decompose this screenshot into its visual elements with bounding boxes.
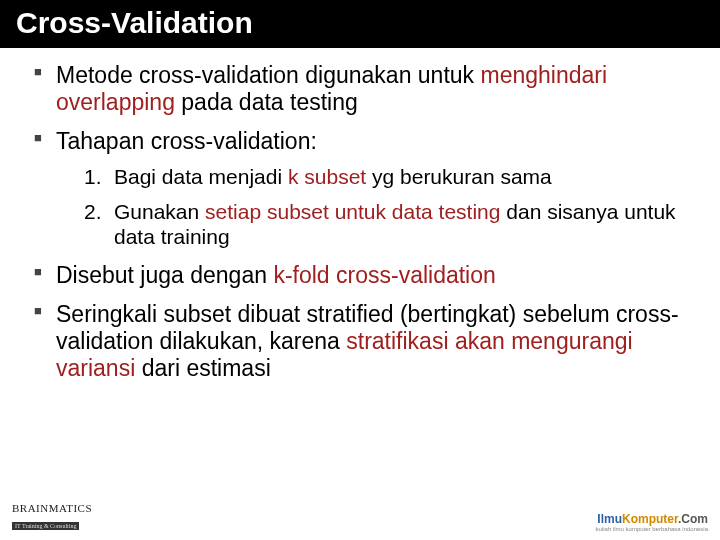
bullet-item: Tahapan cross-validation: Bagi data menj… — [34, 128, 694, 249]
text: yg berukuran sama — [366, 165, 552, 188]
footer: BRAINMATICS IT Training & Consulting Ilm… — [0, 504, 720, 534]
text: Metode cross-validation digunakan untuk — [56, 62, 480, 88]
highlight-text: k-fold cross-validation — [273, 262, 495, 288]
bullet-list: Metode cross-validation digunakan untuk … — [34, 62, 694, 382]
text: Komputer — [622, 512, 678, 526]
brand-left-name: BRAINMATICS — [12, 502, 92, 514]
brand-right-tag: kuliah ilmu komputer berbahasa indonesia — [596, 526, 708, 532]
text: Ilmu — [597, 512, 622, 526]
text: dari estimasi — [135, 355, 270, 381]
content-area: Metode cross-validation digunakan untuk … — [0, 48, 720, 540]
text: .Com — [678, 512, 708, 526]
text: Disebut juga dengan — [56, 262, 273, 288]
bullet-item: Seringkali subset dibuat stratified (ber… — [34, 301, 694, 382]
bullet-item: Metode cross-validation digunakan untuk … — [34, 62, 694, 116]
list-item: Gunakan setiap subset untuk data testing… — [84, 200, 694, 250]
slide: Cross-Validation Metode cross-validation… — [0, 0, 720, 540]
text: Gunakan — [114, 200, 205, 223]
list-item: Bagi data menjadi k subset yg berukuran … — [84, 165, 694, 190]
page-title: Cross-Validation — [16, 6, 704, 40]
numbered-list: Bagi data menjadi k subset yg berukuran … — [84, 165, 694, 249]
text: Tahapan cross-validation: — [56, 128, 317, 154]
bullet-item: Disebut juga dengan k-fold cross-validat… — [34, 262, 694, 289]
highlight-text: k subset — [288, 165, 366, 188]
highlight-text: setiap subset untuk data testing — [205, 200, 500, 223]
brand-left: BRAINMATICS IT Training & Consulting — [12, 502, 92, 532]
brand-left-sub: IT Training & Consulting — [12, 522, 79, 530]
brand-right: IlmuKomputer.Com kuliah ilmu komputer be… — [596, 512, 708, 532]
title-bar: Cross-Validation — [0, 0, 720, 48]
text: Bagi data menjadi — [114, 165, 288, 188]
brand-right-name: IlmuKomputer.Com — [596, 512, 708, 526]
text: pada data testing — [175, 89, 358, 115]
